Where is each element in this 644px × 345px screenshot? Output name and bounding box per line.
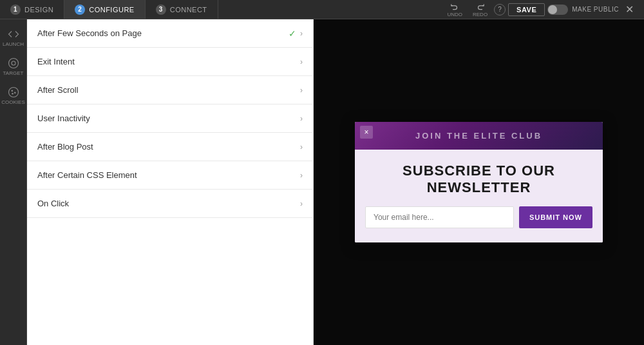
toggle-knob [548, 5, 557, 14]
panel-item-1[interactable]: Exit Intent› [27, 48, 313, 76]
sidebar-launch-label: LAUNCH [3, 41, 24, 47]
panel-item-right: › [300, 171, 303, 180]
panel-item-label: User Inactivity [37, 113, 90, 123]
popup-header: × JOIN THE ELITE CLUB [355, 122, 603, 150]
panel-item-label: After Certain CSS Element [37, 170, 137, 180]
make-public-toggle-wrap: MAKE PUBLIC [547, 5, 619, 15]
popup-email-input[interactable] [365, 206, 514, 228]
chevron-right-icon: › [300, 199, 303, 208]
save-button[interactable]: SAVE [508, 3, 545, 16]
svg-point-2 [8, 88, 18, 97]
panel-item-label: On Click [37, 199, 69, 208]
popup-widget: × JOIN THE ELITE CLUB SUBSCRIBE TO OUR N… [355, 122, 603, 243]
panel-item-3[interactable]: User Inactivity› [27, 104, 313, 133]
panel-item-right: › [300, 57, 303, 66]
check-icon: ✓ [289, 28, 296, 39]
chevron-right-icon: › [300, 114, 303, 123]
step-num: 2 [75, 5, 85, 15]
panel-item-right: › [300, 86, 303, 95]
redo-button[interactable]: REDO [469, 1, 491, 19]
panel-item-5[interactable]: After Certain CSS Element› [27, 161, 313, 190]
step-label: CONFIGURE [89, 6, 135, 14]
chevron-right-icon: › [300, 143, 303, 152]
svg-point-1 [12, 61, 15, 65]
step-num: 1 [10, 5, 21, 15]
panel-item-label: Exit Intent [37, 57, 75, 66]
svg-point-0 [8, 59, 18, 68]
popup-close-button[interactable]: × [360, 126, 373, 139]
trigger-panel: After Few Seconds on Page✓›Exit Intent›A… [27, 19, 314, 345]
sidebar-item-launch[interactable]: LAUNCH [0, 25, 26, 51]
panel-item-right: › [300, 114, 303, 123]
panel-item-right: › [300, 199, 303, 208]
panel-item-right: ✓› [289, 28, 303, 39]
make-public-label: MAKE PUBLIC [572, 6, 619, 13]
popup-submit-button[interactable]: SUBMIT NOW [519, 206, 592, 228]
panel-item-6[interactable]: On Click› [27, 190, 313, 218]
step-design[interactable]: 1 DESIGN [0, 0, 64, 19]
top-bar-right: UNDO REDO ? SAVE MAKE PUBLIC ✕ [437, 1, 644, 19]
svg-point-3 [12, 90, 13, 92]
chevron-right-icon: › [300, 86, 303, 95]
panel-item-label: After Few Seconds on Page [37, 28, 142, 38]
main-area: LAUNCH TARGET COOKIES After Few Seconds … [0, 19, 644, 345]
left-sidebar: LAUNCH TARGET COOKIES [0, 19, 27, 345]
popup-header-title: JOIN THE ELITE CLUB [365, 131, 592, 141]
svg-point-5 [12, 94, 13, 95]
chevron-right-icon: › [300, 29, 303, 38]
popup-headline-line2: NEWSLETTER [427, 179, 531, 195]
svg-point-4 [14, 92, 15, 94]
panel-item-label: After Scroll [37, 85, 79, 95]
step-connect[interactable]: 3 CONNECT [146, 0, 218, 19]
popup-body: SUBSCRIBE TO OUR NEWSLETTER SUBMIT NOW [355, 150, 603, 243]
popup-headline-line1: SUBSCRIBE TO OUR [402, 163, 555, 179]
step-label: CONNECT [170, 6, 207, 14]
steps-nav: 1 DESIGN2 CONFIGURE3 CONNECT [0, 0, 218, 19]
sidebar-item-target[interactable]: TARGET [0, 54, 26, 80]
step-configure[interactable]: 2 CONFIGURE [64, 0, 146, 19]
sidebar-item-cookies[interactable]: COOKIES [0, 83, 26, 109]
preview-area: × JOIN THE ELITE CLUB SUBSCRIBE TO OUR N… [314, 19, 644, 345]
close-button[interactable]: ✕ [621, 5, 638, 15]
sidebar-target-label: TARGET [3, 70, 24, 76]
chevron-right-icon: › [300, 171, 303, 180]
top-bar: 1 DESIGN2 CONFIGURE3 CONNECT UNDO REDO ?… [0, 0, 644, 19]
panel-item-right: › [300, 143, 303, 152]
popup-headline: SUBSCRIBE TO OUR NEWSLETTER [365, 163, 592, 197]
step-label: DESIGN [24, 6, 53, 14]
panel-item-2[interactable]: After Scroll› [27, 76, 313, 104]
popup-form: SUBMIT NOW [365, 206, 592, 228]
undo-button[interactable]: UNDO [443, 1, 466, 19]
step-num: 3 [156, 5, 166, 15]
sidebar-cookies-label: COOKIES [1, 99, 24, 105]
chevron-right-icon: › [300, 57, 303, 66]
help-button[interactable]: ? [494, 4, 506, 15]
panel-item-4[interactable]: After Blog Post› [27, 133, 313, 161]
panel-item-label: After Blog Post [37, 142, 93, 152]
panel-item-0[interactable]: After Few Seconds on Page✓› [27, 19, 313, 48]
make-public-toggle[interactable] [547, 5, 568, 15]
